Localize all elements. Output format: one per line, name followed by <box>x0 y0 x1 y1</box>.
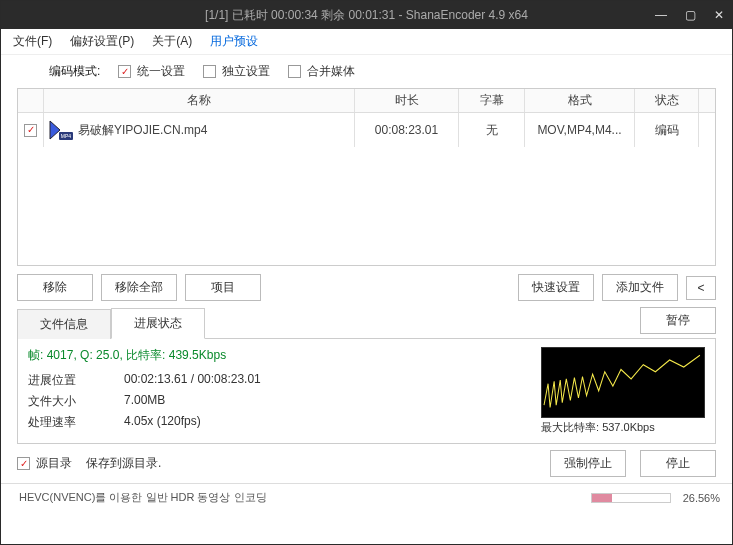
status-text: HEVC(NVENC)를 이용한 일반 HDR 동영상 인코딩 <box>19 490 591 505</box>
minimize-icon[interactable]: — <box>655 8 667 22</box>
video-file-icon: MP4 <box>48 119 74 141</box>
unified-mode-checkbox[interactable]: ✓ 统一设置 <box>118 63 185 80</box>
independent-mode-label: 独立设置 <box>222 63 270 80</box>
menu-user-preset[interactable]: 用户预设 <box>210 33 258 50</box>
table-row[interactable]: ✓ MP4 易破解YIPOJIE.CN.mp4 00:08:23.01 无 MO… <box>18 113 715 147</box>
progress-bar <box>591 493 671 503</box>
save-to-source-label: 保存到源目录. <box>86 455 161 472</box>
check-icon: ✓ <box>118 65 131 78</box>
row-check-icon[interactable]: ✓ <box>24 124 37 137</box>
menu-bar: 文件(F) 偏好设置(P) 关于(A) 用户预设 <box>1 29 732 55</box>
merge-media-checkbox[interactable]: 合并媒体 <box>288 63 355 80</box>
independent-mode-checkbox[interactable]: 独立设置 <box>203 63 270 80</box>
col-duration[interactable]: 时长 <box>355 89 459 112</box>
close-icon[interactable]: ✕ <box>714 8 724 22</box>
encode-mode-label: 编码模式: <box>49 63 100 80</box>
check-icon: ✓ <box>17 457 30 470</box>
progress-summary: 帧: 4017, Q: 25.0, 比特率: 439.5Kbps <box>28 347 531 364</box>
max-bitrate: 最大比特率: 537.0Kbps <box>541 420 705 435</box>
svg-marker-0 <box>50 121 60 139</box>
project-button[interactable]: 项目 <box>185 274 261 301</box>
cell-status: 编码 <box>635 113 699 147</box>
tab-file-info[interactable]: 文件信息 <box>17 309 111 339</box>
tab-progress[interactable]: 进展状态 <box>111 308 205 339</box>
col-name[interactable]: 名称 <box>44 89 355 112</box>
status-bar: HEVC(NVENC)를 이용한 일반 HDR 동영상 인코딩 26.56% <box>1 483 732 509</box>
col-subtitle[interactable]: 字幕 <box>459 89 525 112</box>
file-name: 易破解YIPOJIE.CN.mp4 <box>78 122 207 139</box>
progress-position-value: 00:02:13.61 / 00:08:23.01 <box>124 372 261 389</box>
maximize-icon[interactable]: ▢ <box>685 8 696 22</box>
source-dir-checkbox[interactable]: ✓ 源目录 <box>17 455 72 472</box>
pause-button[interactable]: 暂停 <box>640 307 716 334</box>
title-bar: [1/1] 已耗时 00:00:34 剩余 00:01:31 - ShanaEn… <box>1 1 732 29</box>
file-size-label: 文件大小 <box>28 393 124 410</box>
add-file-button[interactable]: 添加文件 <box>602 274 678 301</box>
tab-bar: 文件信息 进展状态 暂停 <box>17 307 716 339</box>
window-title: [1/1] 已耗时 00:00:34 剩余 00:01:31 - ShanaEn… <box>205 7 528 24</box>
file-list-header: 名称 时长 字幕 格式 状态 <box>18 89 715 113</box>
col-check[interactable] <box>18 89 44 112</box>
progress-position-label: 进展位置 <box>28 372 124 389</box>
cell-duration: 00:08:23.01 <box>355 113 459 147</box>
cell-format: MOV,MP4,M4... <box>525 113 635 147</box>
checkbox-empty-icon <box>288 65 301 78</box>
progress-percent: 26.56% <box>683 492 720 504</box>
svg-text:MP4: MP4 <box>61 133 72 139</box>
col-format[interactable]: 格式 <box>525 89 635 112</box>
source-dir-label: 源目录 <box>36 455 72 472</box>
menu-file[interactable]: 文件(F) <box>13 33 52 50</box>
merge-media-label: 合并媒体 <box>307 63 355 80</box>
file-size-value: 7.00MB <box>124 393 165 410</box>
force-stop-button[interactable]: 强制停止 <box>550 450 626 477</box>
remove-all-button[interactable]: 移除全部 <box>101 274 177 301</box>
stop-button[interactable]: 停止 <box>640 450 716 477</box>
col-scroll <box>699 89 715 112</box>
remove-button[interactable]: 移除 <box>17 274 93 301</box>
cell-subtitle: 无 <box>459 113 525 147</box>
menu-preferences[interactable]: 偏好设置(P) <box>70 33 134 50</box>
menu-about[interactable]: 关于(A) <box>152 33 192 50</box>
quick-settings-button[interactable]: 快速设置 <box>518 274 594 301</box>
encode-mode-row: 编码模式: ✓ 统一设置 独立设置 合并媒体 <box>1 55 732 88</box>
file-list: 名称 时长 字幕 格式 状态 ✓ MP4 易破解YIPOJIE.CN.mp4 0… <box>17 88 716 266</box>
speed-label: 处理速率 <box>28 414 124 431</box>
unified-mode-label: 统一设置 <box>137 63 185 80</box>
footer-row: ✓ 源目录 保存到源目录. 强制停止 停止 <box>17 450 716 477</box>
collapse-button[interactable]: < <box>686 276 716 300</box>
button-row: 移除 移除全部 项目 快速设置 添加文件 < <box>17 274 716 301</box>
bitrate-graph <box>541 347 705 418</box>
checkbox-empty-icon <box>203 65 216 78</box>
progress-pane: 帧: 4017, Q: 25.0, 比特率: 439.5Kbps 进展位置00:… <box>17 339 716 444</box>
col-status[interactable]: 状态 <box>635 89 699 112</box>
speed-value: 4.05x (120fps) <box>124 414 201 431</box>
